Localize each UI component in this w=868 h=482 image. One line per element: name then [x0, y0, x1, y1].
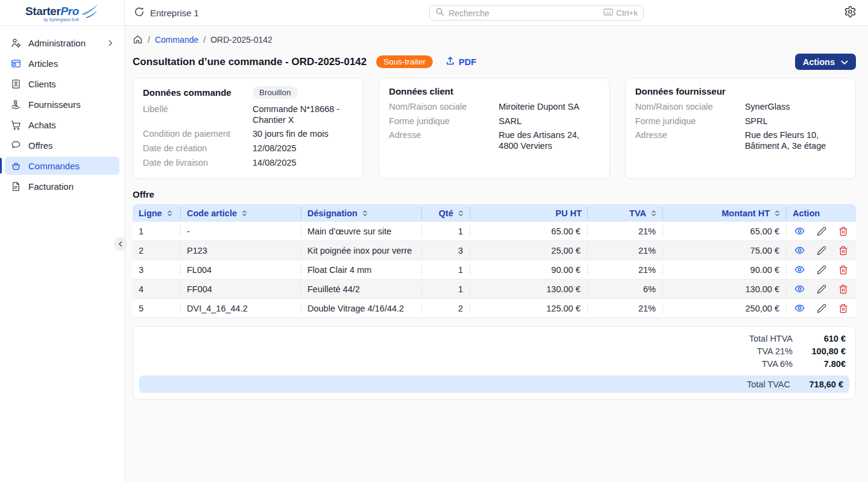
field-row: Forme juridiqueSARL — [389, 116, 599, 127]
field-row: Condition de paiement30 jours fin de moi… — [143, 129, 353, 140]
column-label: Qté — [439, 208, 453, 218]
cell: 21% — [588, 260, 663, 279]
global-search[interactable]: Ctrl+k — [429, 5, 644, 20]
edit-pencil-icon[interactable] — [817, 265, 826, 275]
sidebar-item-clients[interactable]: Clients — [5, 75, 119, 93]
sidebar-item-label: Achats — [28, 120, 56, 130]
field-value: SARL — [498, 116, 599, 127]
column-label: PU HT — [556, 208, 582, 218]
total-row: TVA 21%100,80 € — [133, 345, 855, 357]
field-label: Adresse — [635, 130, 745, 151]
field-label: Adresse — [389, 130, 498, 151]
sort-icon — [458, 210, 464, 217]
search-icon — [435, 7, 444, 19]
card-donnees-commande: Données commande Brouillon LibelléComman… — [133, 78, 363, 179]
row-actions — [787, 299, 856, 318]
cell: 6% — [588, 280, 663, 298]
sidebar-item-administration[interactable]: Administration — [5, 34, 119, 52]
cell: 2 — [422, 299, 470, 318]
logo-area: StarterPro by Synerglass-Soft — [0, 0, 125, 25]
column-header-pu-ht: PU HT — [470, 204, 588, 222]
sidebar-item-label: Clients — [28, 79, 56, 89]
cell: 1 — [422, 280, 470, 298]
sidebar-item-offres[interactable]: Offres — [5, 136, 119, 154]
settings-gear-icon[interactable] — [844, 5, 857, 18]
edit-pencil-icon[interactable] — [817, 227, 826, 236]
cell: 21% — [588, 241, 663, 260]
home-icon[interactable] — [133, 34, 143, 45]
card-title: Données client — [389, 86, 498, 96]
sidebar-item-articles[interactable]: Articles — [5, 54, 119, 72]
sort-icon — [650, 210, 657, 217]
logo-tagline: by Synerglass-Soft — [25, 17, 79, 22]
delete-trash-icon[interactable] — [838, 304, 848, 313]
delete-trash-icon[interactable] — [838, 284, 848, 294]
commandes-icon — [10, 160, 22, 172]
sidebar-item-label: Articles — [28, 58, 58, 69]
cell: 90.00 € — [470, 260, 588, 279]
column-header-qte[interactable]: Qté — [422, 204, 470, 222]
column-header-designation[interactable]: Désignation — [301, 204, 422, 222]
row-actions — [787, 241, 856, 260]
sidebar-item-fournisseurs[interactable]: Fournisseurs — [5, 95, 119, 113]
sidebar-collapse-button[interactable] — [114, 237, 127, 251]
column-header-montant-ht[interactable]: Montant HT — [663, 204, 787, 222]
column-label: Code article — [187, 208, 237, 218]
table-row: 2P123Kit poignée inox pour verre325,00 €… — [133, 241, 856, 260]
search-input[interactable] — [448, 8, 599, 18]
facturation-icon — [10, 180, 22, 192]
field-value: Miroiterie Dupont SA — [498, 102, 599, 113]
cell: 250,00 € — [663, 299, 787, 318]
edit-pencil-icon[interactable] — [817, 246, 826, 255]
actions-button[interactable]: Actions — [795, 54, 856, 70]
export-pdf-button[interactable]: PDF — [445, 56, 476, 67]
cell: Main d’œuvre sur site — [301, 222, 422, 240]
delete-trash-icon[interactable] — [838, 265, 848, 275]
sidebar-item-commandes[interactable]: Commandes — [5, 157, 119, 175]
field-label: Nom/Raison sociale — [389, 102, 498, 113]
sidebar-nav: AdministrationArticlesClientsFournisseur… — [0, 26, 125, 482]
topbar: StarterPro by Synerglass-Soft Entreprise… — [0, 0, 868, 26]
sidebar-item-label: Offres — [28, 140, 53, 151]
table-row: 3FL004Float Clair 4 mm190.00 €21%90.00 € — [133, 260, 856, 280]
info-cards: Données commande Brouillon LibelléComman… — [133, 78, 856, 179]
sidebar-item-achats[interactable]: Achats — [5, 116, 119, 134]
card-title: Données commande — [143, 87, 253, 98]
field-value: SynerGlass — [745, 102, 846, 113]
field-value: Rue des Fleurs 10, Bâtiment A, 3e étage — [745, 130, 846, 151]
view-eye-icon[interactable] — [794, 303, 805, 313]
breadcrumb-link-commande[interactable]: Commande — [155, 35, 198, 45]
cell: 75.00 € — [663, 241, 787, 260]
cell: 3 — [133, 260, 181, 279]
column-header-code-article[interactable]: Code article — [181, 204, 301, 222]
total-value: 610 € — [793, 334, 846, 343]
total-value: 7.80€ — [793, 359, 846, 369]
cell: 125.00 € — [470, 299, 588, 318]
field-label: Libellé — [143, 104, 253, 125]
upload-icon — [445, 56, 455, 67]
card-title: Données fournisseur — [635, 86, 745, 96]
view-eye-icon[interactable] — [794, 245, 805, 255]
total-label: Total HTVA — [749, 334, 793, 343]
achats-icon — [10, 119, 22, 131]
cell: 1 — [422, 260, 470, 279]
edit-pencil-icon[interactable] — [817, 284, 826, 294]
view-eye-icon[interactable] — [794, 226, 805, 236]
delete-trash-icon[interactable] — [838, 227, 848, 236]
view-eye-icon[interactable] — [794, 264, 805, 275]
row-actions — [787, 260, 856, 279]
field-label: Date de création — [143, 143, 253, 154]
cell: FF004 — [181, 280, 301, 298]
edit-pencil-icon[interactable] — [817, 304, 826, 313]
cell: DVI_4_16_44.2 — [181, 299, 301, 318]
app-logo[interactable]: StarterPro by Synerglass-Soft — [25, 4, 99, 22]
card-donnees-fournisseur: Données fournisseur Nom/Raison socialeSy… — [625, 78, 856, 179]
column-header-tva[interactable]: TVA — [588, 204, 663, 222]
sidebar-item-facturation[interactable]: Facturation — [5, 177, 119, 195]
column-header-ligne[interactable]: Ligne — [133, 204, 181, 222]
company-switcher[interactable]: Entreprise 1 — [134, 7, 199, 19]
card-donnees-client: Données client Nom/Raison socialeMiroite… — [379, 78, 609, 179]
table-row: 4FF004Feuilleté 44/21130.00 €6%130.00 € — [133, 280, 856, 299]
view-eye-icon[interactable] — [794, 284, 805, 294]
delete-trash-icon[interactable] — [838, 246, 848, 255]
